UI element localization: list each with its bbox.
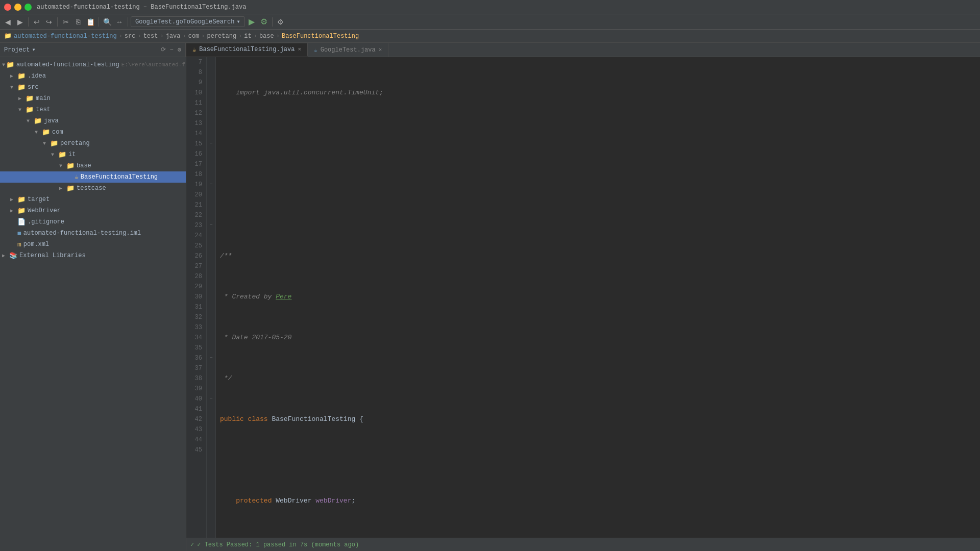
toolbar: ◀ ▶ ↩ ↪ ✂ ⎘ 📋 🔍 ↔ GoogleTest.goToGoogleS… — [0, 14, 980, 30]
sidebar-item-external-libraries[interactable]: ▶ 📚 External Libraries — [0, 250, 186, 261]
expand-arrow: ▶ — [10, 196, 16, 203]
search-button[interactable]: 🔍 — [102, 16, 113, 28]
breadcrumb-java[interactable]: java — [166, 33, 181, 40]
chevron-down-icon: ▾ — [32, 46, 35, 54]
code-editor[interactable]: 7891011 1213141516 1718192021 2223242526… — [186, 57, 980, 538]
undo-button[interactable]: ↩ — [31, 16, 42, 28]
project-label: Project — [4, 46, 30, 54]
maximize-button[interactable] — [24, 4, 32, 11]
folder-icon: 📁 — [66, 162, 75, 170]
sync-icon[interactable]: ⟳ — [161, 46, 166, 54]
project-selector[interactable]: Project ▾ ⟳ − ⚙ — [0, 43, 186, 57]
code-line: * Created by Pere — [220, 292, 976, 302]
project-icon: 📁 — [4, 32, 12, 40]
app-title: automated-functional-testing – BaseFunct… — [37, 4, 246, 11]
java-file-icon: ☕ — [314, 47, 317, 54]
collapse-icon[interactable]: − — [170, 46, 174, 54]
run-config[interactable]: GoogleTest.goToGoogleSearch ▾ — [131, 16, 245, 27]
cut-button[interactable]: ✂ — [60, 16, 71, 28]
expand-arrow: ▼ — [18, 107, 24, 113]
sidebar-item-it[interactable]: ▼ 📁 it — [0, 149, 186, 160]
xml-icon: m — [17, 241, 21, 248]
code-content[interactable]: import java.util.concurrent.TimeUnit; /*… — [216, 57, 980, 538]
sidebar-item-peretang[interactable]: ▼ 📁 peretang — [0, 138, 186, 149]
replace-button[interactable]: ↔ — [114, 16, 125, 28]
sidebar-item-base-functional-testing[interactable]: ☕ BaseFunctionalTesting — [0, 171, 186, 183]
sidebar-item-com[interactable]: ▼ 📁 com — [0, 127, 186, 138]
tab-google-test[interactable]: ☕ GoogleTest.java × — [308, 43, 388, 57]
sidebar-item-iml[interactable]: ◼ automated-functional-testing.iml — [0, 228, 186, 239]
folder-icon: 📁 — [26, 94, 34, 103]
tab-label: GoogleTest.java — [321, 46, 376, 54]
sidebar: Project ▾ ⟳ − ⚙ ▼ 📁 automated-functional… — [0, 43, 186, 551]
code-line — [220, 169, 976, 180]
sidebar-item-test[interactable]: ▼ 📁 test — [0, 104, 186, 115]
breadcrumb-src[interactable]: src — [125, 33, 136, 40]
code-line: * Date 2017-05-20 — [220, 333, 976, 343]
sidebar-item-base[interactable]: ▼ 📁 base — [0, 160, 186, 171]
close-tab-icon[interactable]: × — [298, 46, 301, 53]
run-config-label: GoogleTest.goToGoogleSearch — [135, 18, 234, 26]
code-line: import java.util.concurrent.TimeUnit; — [220, 88, 976, 98]
close-tab-icon[interactable]: × — [379, 47, 382, 53]
folder-icon: 📁 — [17, 83, 26, 91]
code-line: /** — [220, 251, 976, 261]
java-class-icon: ☕ — [75, 173, 79, 181]
code-line: protected WebDriver webDriver; — [220, 496, 976, 506]
breadcrumb-base[interactable]: base — [259, 33, 274, 40]
folder-icon: 📁 — [66, 184, 75, 192]
sidebar-item-testcase[interactable]: ▶ 📁 testcase — [0, 183, 186, 194]
close-button[interactable] — [4, 4, 11, 11]
expand-arrow: ▼ — [43, 141, 49, 146]
tab-base-functional-testing[interactable]: ☕ BaseFunctionalTesting.java × — [186, 43, 308, 57]
editor-area: ☕ BaseFunctionalTesting.java × ☕ GoogleT… — [186, 43, 980, 551]
sidebar-item-java[interactable]: ▼ 📁 java — [0, 115, 186, 127]
library-icon: 📚 — [9, 252, 17, 260]
chevron-down-icon: ▾ — [236, 18, 240, 26]
forward-button[interactable]: ▶ — [14, 16, 26, 28]
back-button[interactable]: ◀ — [2, 16, 13, 28]
expand-arrow: ▼ — [27, 118, 33, 124]
sidebar-item-idea[interactable]: ▶ 📁 .idea — [0, 70, 186, 82]
code-line — [220, 210, 976, 220]
breadcrumb-class[interactable]: BaseFunctionalTesting — [282, 33, 359, 40]
expand-arrow: ▼ — [35, 130, 41, 135]
main-layout: Project ▾ ⟳ − ⚙ ▼ 📁 automated-functional… — [0, 43, 980, 551]
breadcrumb-project[interactable]: automated-functional-testing — [14, 33, 117, 40]
sidebar-item-root-project[interactable]: ▼ 📁 automated-functional-testing E:\Pere… — [0, 59, 186, 70]
copy-button[interactable]: ⎘ — [72, 16, 84, 28]
expand-arrow: ▶ — [10, 208, 16, 214]
sidebar-item-pom[interactable]: m pom.xml — [0, 239, 186, 250]
sidebar-item-webdriver[interactable]: ▶ 📁 WebDriver — [0, 205, 186, 216]
redo-button[interactable]: ↪ — [43, 16, 55, 28]
project-name: automated-functional-testing — [16, 61, 119, 68]
settings-icon[interactable]: ⚙ — [178, 46, 181, 54]
sidebar-item-target[interactable]: ▶ 📁 target — [0, 194, 186, 205]
minimize-button[interactable] — [14, 4, 21, 11]
breadcrumb-com[interactable]: com — [188, 33, 200, 40]
run-button[interactable]: ▶ — [246, 16, 257, 28]
breadcrumb-it[interactable]: it — [244, 33, 251, 40]
breadcrumb-peretang[interactable]: peretang — [207, 33, 237, 40]
expand-arrow: ▶ — [59, 185, 65, 191]
breadcrumb-test[interactable]: test — [143, 33, 158, 40]
line-numbers: 7891011 1213141516 1718192021 2223242526… — [186, 57, 207, 538]
folder-icon: 📁 — [58, 151, 66, 159]
expand-arrow: ▼ — [2, 62, 5, 68]
expand-arrow: ▼ — [51, 152, 57, 158]
window-controls[interactable] — [4, 4, 32, 11]
project-path: E:\Pere\automated-func — [121, 62, 186, 68]
code-line — [220, 455, 976, 465]
sidebar-item-gitignore[interactable]: 📄 .gitignore — [0, 216, 186, 228]
paste-button[interactable]: 📋 — [85, 16, 96, 28]
sidebar-item-main[interactable]: ▶ 📁 main — [0, 93, 186, 104]
java-file-icon: ☕ — [192, 46, 196, 54]
breadcrumb: 📁 automated-functional-testing › src › t… — [0, 30, 980, 43]
expand-arrow: ▼ — [59, 163, 65, 169]
code-line — [220, 129, 976, 139]
gutter: − − − − — [207, 57, 216, 538]
folder-icon: 📁 — [26, 106, 34, 114]
settings-button[interactable]: ⚙ — [275, 16, 286, 28]
debug-button[interactable]: ⚙ — [258, 16, 270, 28]
sidebar-item-src[interactable]: ▼ 📁 src — [0, 82, 186, 93]
